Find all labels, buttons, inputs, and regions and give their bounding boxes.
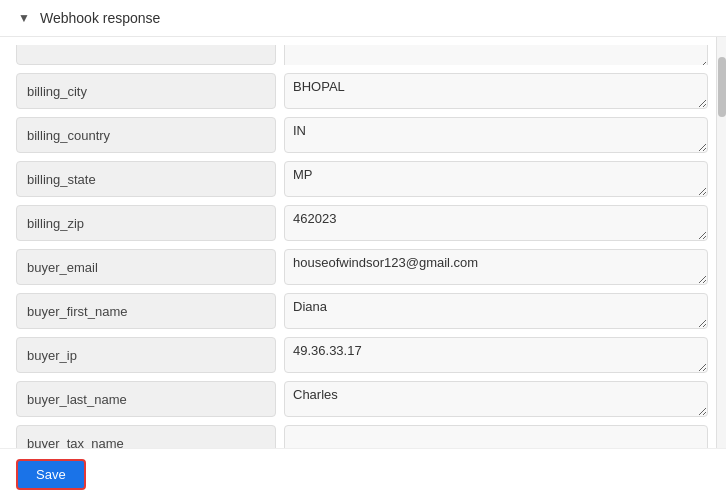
content-area: billing_citybilling_countrybilling_state…	[0, 37, 726, 491]
fields-list: billing_citybilling_countrybilling_state…	[16, 73, 708, 461]
partial-field-key	[16, 45, 276, 65]
field-value[interactable]	[284, 337, 708, 373]
scrollbar-track[interactable]	[716, 37, 726, 491]
scrollbar-thumb[interactable]	[718, 57, 726, 117]
table-row: billing_state	[16, 161, 708, 197]
field-value[interactable]	[284, 73, 708, 109]
field-value[interactable]	[284, 293, 708, 329]
table-row: buyer_ip	[16, 337, 708, 373]
table-row: billing_country	[16, 117, 708, 153]
main-container: ▼ Webhook response billing_citybilling_c…	[0, 0, 726, 500]
save-button[interactable]: Save	[16, 459, 86, 490]
chevron-down-icon[interactable]: ▼	[16, 10, 32, 26]
field-key: buyer_ip	[16, 337, 276, 373]
field-value[interactable]	[284, 249, 708, 285]
field-key: buyer_email	[16, 249, 276, 285]
field-key: billing_state	[16, 161, 276, 197]
field-key: billing_zip	[16, 205, 276, 241]
partial-row	[16, 45, 708, 65]
table-row: buyer_email	[16, 249, 708, 285]
table-row: buyer_first_name	[16, 293, 708, 329]
bottom-bar: Save	[0, 448, 726, 500]
field-key: buyer_last_name	[16, 381, 276, 417]
fields-container: billing_citybilling_countrybilling_state…	[0, 37, 716, 491]
table-row: billing_city	[16, 73, 708, 109]
field-value[interactable]	[284, 381, 708, 417]
field-key: billing_city	[16, 73, 276, 109]
table-row: buyer_last_name	[16, 381, 708, 417]
table-row: billing_zip	[16, 205, 708, 241]
section-header: ▼ Webhook response	[0, 0, 726, 37]
field-value[interactable]	[284, 205, 708, 241]
field-value[interactable]	[284, 161, 708, 197]
section-title: Webhook response	[40, 10, 160, 26]
field-value[interactable]	[284, 117, 708, 153]
field-key: buyer_first_name	[16, 293, 276, 329]
field-key: billing_country	[16, 117, 276, 153]
partial-field-value[interactable]	[284, 45, 708, 65]
